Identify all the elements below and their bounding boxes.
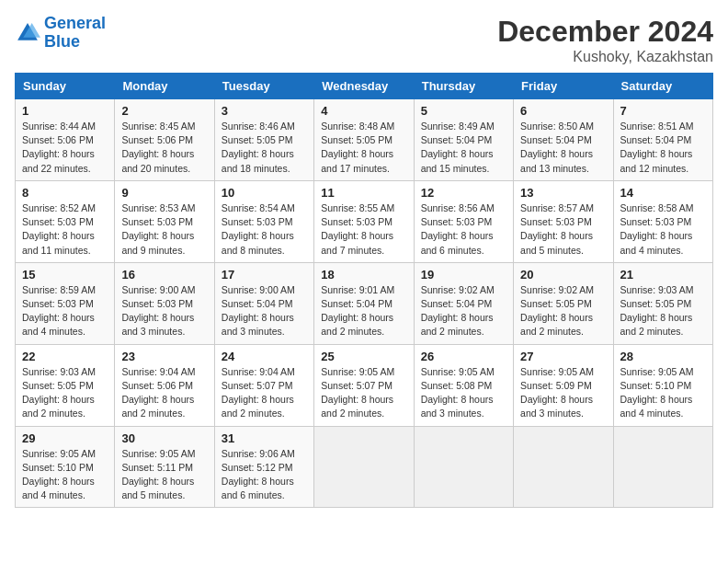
logo-line1: General — [44, 14, 106, 32]
calendar-cell — [414, 426, 513, 508]
day-info: Sunrise: 8:57 AM Sunset: 5:03 PM Dayligh… — [520, 201, 606, 258]
calendar-cell: 3Sunrise: 8:46 AM Sunset: 5:05 PM Daylig… — [214, 99, 313, 181]
day-info: Sunrise: 8:46 AM Sunset: 5:05 PM Dayligh… — [222, 120, 307, 176]
day-info: Sunrise: 8:59 AM Sunset: 5:03 PM Dayligh… — [22, 283, 108, 339]
day-info: Sunrise: 8:58 AM Sunset: 5:03 PM Dayligh… — [620, 201, 706, 258]
week-row-1: 1Sunrise: 8:44 AM Sunset: 5:06 PM Daylig… — [16, 99, 713, 181]
day-number: 4 — [321, 104, 406, 118]
calendar-cell — [514, 426, 613, 508]
day-number: 31 — [222, 431, 307, 445]
day-number: 29 — [22, 431, 108, 445]
day-info: Sunrise: 9:00 AM Sunset: 5:03 PM Dayligh… — [121, 283, 207, 339]
calendar-cell: 1Sunrise: 8:44 AM Sunset: 5:06 PM Daylig… — [16, 99, 115, 181]
calendar-cell: 6Sunrise: 8:50 AM Sunset: 5:04 PM Daylig… — [514, 99, 613, 181]
day-number: 7 — [620, 104, 706, 118]
calendar-cell: 12Sunrise: 8:56 AM Sunset: 5:03 PM Dayli… — [414, 180, 513, 262]
day-number: 6 — [520, 104, 606, 118]
day-info: Sunrise: 9:02 AM Sunset: 5:05 PM Dayligh… — [520, 283, 606, 339]
calendar-cell: 9Sunrise: 8:53 AM Sunset: 5:03 PM Daylig… — [115, 180, 214, 262]
week-row-4: 22Sunrise: 9:03 AM Sunset: 5:05 PM Dayli… — [16, 344, 713, 426]
day-number: 8 — [22, 186, 108, 200]
day-number: 27 — [520, 350, 606, 363]
day-number: 10 — [222, 186, 307, 200]
calendar-cell: 4Sunrise: 8:48 AM Sunset: 5:05 PM Daylig… — [314, 99, 414, 181]
day-number: 18 — [321, 268, 406, 282]
day-number: 5 — [421, 104, 506, 118]
calendar-cell: 10Sunrise: 8:54 AM Sunset: 5:03 PM Dayli… — [214, 180, 313, 262]
calendar-cell — [314, 426, 414, 508]
day-number: 3 — [222, 104, 307, 118]
calendar-cell: 18Sunrise: 9:01 AM Sunset: 5:04 PM Dayli… — [314, 262, 414, 344]
day-number: 17 — [222, 268, 307, 282]
day-info: Sunrise: 8:50 AM Sunset: 5:04 PM Dayligh… — [520, 120, 606, 176]
calendar-cell: 8Sunrise: 8:52 AM Sunset: 5:03 PM Daylig… — [16, 180, 115, 262]
logo-text: General Blue — [44, 15, 106, 52]
calendar-cell: 24Sunrise: 9:04 AM Sunset: 5:07 PM Dayli… — [214, 344, 313, 426]
calendar-cell: 2Sunrise: 8:45 AM Sunset: 5:06 PM Daylig… — [115, 99, 214, 181]
header-day-friday: Friday — [514, 74, 613, 99]
calendar-cell: 15Sunrise: 8:59 AM Sunset: 5:03 PM Dayli… — [16, 262, 115, 344]
calendar-header: SundayMondayTuesdayWednesdayThursdayFrid… — [16, 74, 713, 99]
calendar-cell: 17Sunrise: 9:00 AM Sunset: 5:04 PM Dayli… — [214, 262, 313, 344]
day-number: 14 — [620, 186, 706, 200]
day-number: 22 — [22, 350, 108, 363]
day-info: Sunrise: 8:54 AM Sunset: 5:03 PM Dayligh… — [222, 201, 307, 258]
day-info: Sunrise: 9:02 AM Sunset: 5:04 PM Dayligh… — [421, 283, 506, 339]
day-info: Sunrise: 9:05 AM Sunset: 5:07 PM Dayligh… — [321, 365, 406, 421]
calendar-cell: 20Sunrise: 9:02 AM Sunset: 5:05 PM Dayli… — [514, 262, 613, 344]
day-info: Sunrise: 9:00 AM Sunset: 5:04 PM Dayligh… — [222, 283, 307, 339]
day-number: 13 — [520, 186, 606, 200]
day-info: Sunrise: 9:04 AM Sunset: 5:07 PM Dayligh… — [222, 365, 307, 421]
calendar-cell — [613, 426, 712, 508]
calendar-cell: 13Sunrise: 8:57 AM Sunset: 5:03 PM Dayli… — [514, 180, 613, 262]
calendar-cell: 23Sunrise: 9:04 AM Sunset: 5:06 PM Dayli… — [115, 344, 214, 426]
header-day-monday: Monday — [115, 74, 214, 99]
day-info: Sunrise: 9:05 AM Sunset: 5:09 PM Dayligh… — [520, 365, 606, 421]
day-info: Sunrise: 9:03 AM Sunset: 5:05 PM Dayligh… — [620, 283, 706, 339]
day-info: Sunrise: 8:52 AM Sunset: 5:03 PM Dayligh… — [22, 201, 108, 258]
day-info: Sunrise: 8:51 AM Sunset: 5:04 PM Dayligh… — [620, 120, 706, 176]
day-number: 24 — [222, 350, 307, 363]
day-number: 23 — [121, 350, 207, 363]
logo-line2: Blue — [44, 32, 80, 51]
calendar-cell: 22Sunrise: 9:03 AM Sunset: 5:05 PM Dayli… — [16, 344, 115, 426]
calendar-cell: 21Sunrise: 9:03 AM Sunset: 5:05 PM Dayli… — [613, 262, 712, 344]
calendar-cell: 19Sunrise: 9:02 AM Sunset: 5:04 PM Dayli… — [414, 262, 513, 344]
day-info: Sunrise: 9:06 AM Sunset: 5:12 PM Dayligh… — [222, 447, 307, 503]
week-row-3: 15Sunrise: 8:59 AM Sunset: 5:03 PM Dayli… — [16, 262, 713, 344]
month-title: December 2024 — [497, 15, 713, 49]
calendar-cell: 25Sunrise: 9:05 AM Sunset: 5:07 PM Dayli… — [314, 344, 414, 426]
day-info: Sunrise: 9:05 AM Sunset: 5:08 PM Dayligh… — [421, 365, 506, 421]
calendar-cell: 14Sunrise: 8:58 AM Sunset: 5:03 PM Dayli… — [613, 180, 712, 262]
day-info: Sunrise: 8:44 AM Sunset: 5:06 PM Dayligh… — [22, 120, 108, 176]
day-number: 11 — [321, 186, 406, 200]
calendar-cell: 5Sunrise: 8:49 AM Sunset: 5:04 PM Daylig… — [414, 99, 513, 181]
day-info: Sunrise: 9:03 AM Sunset: 5:05 PM Dayligh… — [22, 365, 108, 421]
day-number: 2 — [121, 104, 207, 118]
calendar-cell: 29Sunrise: 9:05 AM Sunset: 5:10 PM Dayli… — [16, 426, 115, 508]
calendar-cell: 27Sunrise: 9:05 AM Sunset: 5:09 PM Dayli… — [514, 344, 613, 426]
week-row-5: 29Sunrise: 9:05 AM Sunset: 5:10 PM Dayli… — [16, 426, 713, 508]
day-number: 30 — [121, 431, 207, 445]
day-number: 26 — [421, 350, 506, 363]
calendar-cell: 31Sunrise: 9:06 AM Sunset: 5:12 PM Dayli… — [214, 426, 313, 508]
day-number: 25 — [321, 350, 406, 363]
day-info: Sunrise: 9:05 AM Sunset: 5:11 PM Dayligh… — [121, 447, 207, 503]
day-number: 1 — [22, 104, 108, 118]
title-block: December 2024 Kushoky, Kazakhstan — [497, 15, 713, 65]
calendar-cell: 16Sunrise: 9:00 AM Sunset: 5:03 PM Dayli… — [115, 262, 214, 344]
day-info: Sunrise: 9:05 AM Sunset: 5:10 PM Dayligh… — [620, 365, 706, 421]
day-info: Sunrise: 8:49 AM Sunset: 5:04 PM Dayligh… — [421, 120, 506, 176]
logo: General Blue — [15, 15, 106, 52]
day-number: 20 — [520, 268, 606, 282]
day-info: Sunrise: 8:56 AM Sunset: 5:03 PM Dayligh… — [421, 201, 506, 258]
day-info: Sunrise: 9:05 AM Sunset: 5:10 PM Dayligh… — [22, 447, 108, 503]
day-info: Sunrise: 9:01 AM Sunset: 5:04 PM Dayligh… — [321, 283, 406, 339]
day-number: 15 — [22, 268, 108, 282]
day-number: 9 — [121, 186, 207, 200]
week-row-2: 8Sunrise: 8:52 AM Sunset: 5:03 PM Daylig… — [16, 180, 713, 262]
day-info: Sunrise: 8:53 AM Sunset: 5:03 PM Dayligh… — [121, 201, 207, 258]
location: Kushoky, Kazakhstan — [497, 49, 713, 65]
day-info: Sunrise: 8:55 AM Sunset: 5:03 PM Dayligh… — [321, 201, 406, 258]
day-number: 21 — [620, 268, 706, 282]
